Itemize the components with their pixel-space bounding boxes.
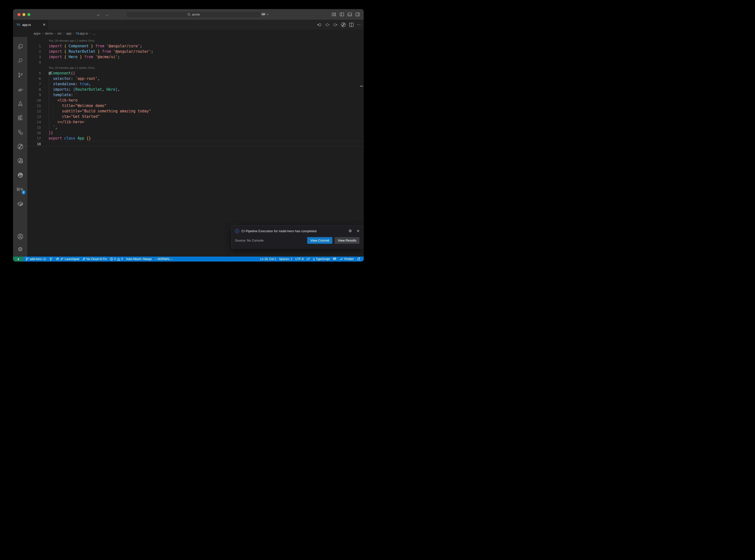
- line-number: 5: [27, 71, 41, 76]
- code-line-7[interactable]: 7 standalone: true,: [27, 81, 364, 87]
- code-line-3[interactable]: 3import { Hero } from '@acme/ui';: [27, 54, 364, 60]
- line-number: 17: [27, 136, 41, 141]
- breadcrumb-item[interactable]: src: [57, 32, 62, 35]
- settings-button[interactable]: ⚙: [13, 243, 27, 256]
- close-window-button[interactable]: [18, 13, 20, 16]
- git-branch-item[interactable]: add-hero: [24, 257, 48, 261]
- code-line-16[interactable]: 16}): [27, 130, 364, 136]
- sidebar-item-hierarchy[interactable]: [13, 125, 27, 139]
- auto-attach-item[interactable]: Auto Attach: Always: [124, 257, 153, 261]
- copilot-menu[interactable]: [261, 9, 269, 20]
- cursor-position-item[interactable]: Ln 18, Col 1: [259, 257, 278, 261]
- code-line-15[interactable]: 15 `,: [27, 125, 364, 130]
- code-line-13[interactable]: 13 cta="Get Started": [27, 114, 364, 119]
- sidebar-item-source-control[interactable]: [13, 68, 27, 82]
- container-icon: [17, 200, 24, 207]
- sidebar-item-gitlens-inspect[interactable]: [13, 154, 27, 168]
- code-line-4[interactable]: 4: [27, 60, 364, 65]
- line-number: 4: [27, 60, 41, 65]
- code-line-8[interactable]: 8 imports: [RouterOutlet, Hero],: [27, 87, 364, 92]
- code-line-10[interactable]: 10 <lib-hero: [27, 98, 364, 103]
- sidebar-item-extensions[interactable]: [13, 111, 27, 125]
- eol-item[interactable]: LF: [305, 257, 312, 261]
- line-number: 14: [27, 119, 41, 125]
- launchpad-item[interactable]: Launchpad: [54, 257, 81, 261]
- svg-text:N: N: [17, 187, 20, 192]
- next-change-icon[interactable]: [333, 22, 338, 27]
- previous-change-icon[interactable]: [317, 22, 322, 27]
- navigate-forward-icon[interactable]: →: [105, 12, 109, 17]
- account-button[interactable]: [13, 230, 27, 243]
- copilot-status-item[interactable]: [331, 257, 338, 261]
- code-line-5[interactable]: 5@Component({: [27, 71, 364, 76]
- notification-close-icon[interactable]: ✕: [357, 229, 359, 233]
- notification-settings-gear-icon[interactable]: ⚙: [349, 229, 352, 233]
- code-editor[interactable]: You, 26 minutes ago | 1 author (You)1imp…: [27, 37, 364, 257]
- line-number: 6: [27, 76, 41, 81]
- view-commit-button[interactable]: View Commit: [307, 237, 332, 244]
- code-line-12[interactable]: 12 subtitle="Build something amazing tod…: [27, 108, 364, 114]
- code-line-11[interactable]: 11 title="Welcmoe demo": [27, 103, 364, 108]
- indentation-item[interactable]: Spaces: 2: [278, 257, 294, 261]
- navigate-back-icon[interactable]: ←: [96, 12, 100, 17]
- toggle-secondary-sidebar-icon[interactable]: [356, 13, 360, 16]
- sidebar-item-nx-console[interactable]: N 2: [13, 182, 27, 197]
- tab-app-ts[interactable]: TS app.ts ✕: [13, 20, 48, 29]
- code-line-2[interactable]: 2import { RouterOutlet } from '@angular/…: [27, 49, 364, 54]
- breadcrumb-item[interactable]: demo: [45, 32, 53, 35]
- notification-source: Source: Nx Console: [235, 239, 305, 242]
- sidebar-item-gitlens[interactable]: [13, 139, 27, 154]
- command-center-search[interactable]: acme: [126, 11, 261, 18]
- encoding-label: UTF-8: [295, 257, 303, 261]
- breadcrumb-item[interactable]: TS app.ts: [76, 32, 88, 35]
- line-number: 12: [27, 108, 41, 114]
- commit-graph-item[interactable]: [48, 257, 54, 261]
- edge-tools-icon: [17, 172, 24, 178]
- code-line-18[interactable]: 18: [27, 141, 364, 146]
- code-line-17[interactable]: 17export class App {}: [27, 136, 364, 141]
- encoding-item[interactable]: UTF-8: [294, 257, 305, 261]
- code-line-14[interactable]: 14 ></lib-hero>: [27, 119, 364, 125]
- sidebar-item-explorer[interactable]: [13, 39, 27, 54]
- customize-layout-icon[interactable]: [332, 13, 336, 16]
- language-mode-item[interactable]: {} TypeScript: [312, 257, 331, 261]
- prettier-item[interactable]: Prettier: [338, 257, 355, 261]
- copilot-icon: [333, 257, 337, 261]
- sidebar-item-edge-tools[interactable]: [13, 168, 27, 182]
- sidebar-item-run-debug[interactable]: [13, 82, 27, 96]
- breadcrumb-separator: ›: [55, 32, 56, 35]
- split-editor-icon[interactable]: [349, 23, 354, 27]
- breadcrumb-item[interactable]: app: [66, 32, 72, 35]
- line-number: 11: [27, 103, 41, 108]
- close-tab-icon[interactable]: ✕: [43, 23, 46, 26]
- error-count: 0: [114, 257, 116, 261]
- sidebar-item-containers[interactable]: [13, 197, 27, 211]
- sidebar-item-testing[interactable]: [13, 96, 27, 111]
- notifications-bell-item[interactable]: [355, 257, 362, 261]
- more-actions-icon[interactable]: ⋯: [357, 22, 361, 27]
- problems-item[interactable]: 0 0: [108, 257, 124, 261]
- nx-cloud-item[interactable]: Nx Cloud AI Fix: [81, 257, 108, 261]
- code-line-6[interactable]: 6 selector: 'app-root',: [27, 76, 364, 81]
- line-number: 2: [27, 49, 41, 54]
- view-results-button[interactable]: View Results: [335, 237, 359, 244]
- changes-icon[interactable]: [325, 22, 330, 27]
- toggle-panel-icon[interactable]: [347, 13, 352, 16]
- code-line-9[interactable]: 9 template: `: [27, 92, 364, 98]
- minimize-window-button[interactable]: [22, 13, 25, 16]
- overview-ruler-marker[interactable]: [360, 86, 363, 86]
- eol-label: LF: [306, 257, 310, 261]
- toggle-primary-sidebar-icon[interactable]: [340, 13, 344, 16]
- remote-indicator[interactable]: [13, 257, 23, 261]
- breadcrumb-item[interactable]: apps: [34, 32, 40, 35]
- gitlens-graph-icon[interactable]: [341, 22, 346, 27]
- sidebar-item-search[interactable]: [13, 54, 27, 68]
- breadcrumb-item[interactable]: …: [93, 32, 96, 35]
- line-number: 7: [27, 81, 41, 87]
- vim-mode-item[interactable]: -- NORMAL --: [153, 257, 175, 261]
- remote-icon: [17, 258, 20, 261]
- errors-icon: [110, 257, 113, 261]
- vscode-window: ← → acme TS app.ts ✕: [13, 9, 364, 261]
- zoom-window-button[interactable]: [27, 13, 30, 16]
- code-line-1[interactable]: 1import { Component } from '@angular/cor…: [27, 43, 364, 49]
